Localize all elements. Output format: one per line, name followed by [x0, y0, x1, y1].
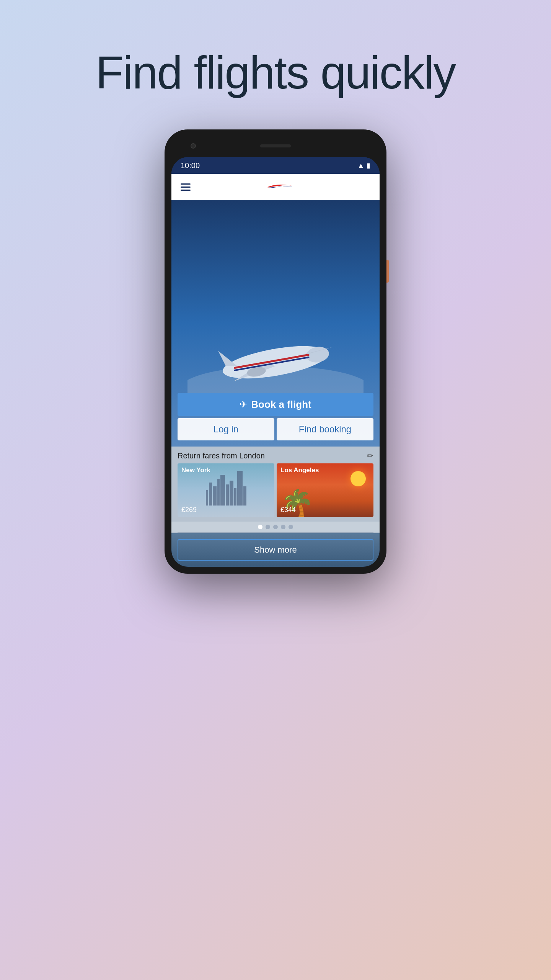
building: [220, 475, 225, 506]
fares-header: Return fares from London ✏: [171, 447, 380, 463]
status-time: 10:00: [181, 161, 200, 170]
login-label: Log in: [214, 424, 238, 435]
building: [209, 483, 212, 506]
dest-price-la: £344: [280, 506, 296, 514]
battery-icon: ▮: [367, 161, 370, 170]
carousel-dot-2[interactable]: [266, 525, 270, 529]
app-header: [171, 174, 380, 200]
edit-icon[interactable]: ✏: [367, 451, 373, 460]
svg-marker-5: [218, 351, 237, 366]
hero-section: ✈ Book a flight Log in Find booking: [171, 200, 380, 447]
carousel-dot-1[interactable]: [258, 525, 262, 529]
building: [226, 484, 229, 506]
side-button: [386, 260, 389, 283]
signal-icon: ▲: [357, 162, 364, 170]
fares-section: Return fares from London ✏ New York: [171, 447, 380, 533]
logo-area: [191, 179, 370, 195]
menu-line-3: [181, 190, 191, 191]
status-bar: 10:00 ▲ ▮: [171, 157, 380, 174]
ny-skyline: [178, 471, 274, 506]
la-sun: [350, 471, 366, 486]
find-booking-label: Find booking: [299, 424, 351, 435]
phone-top-bar: [171, 136, 380, 155]
camera: [191, 143, 196, 149]
carousel-dot-4[interactable]: [281, 525, 285, 529]
show-more-button[interactable]: Show more: [178, 539, 373, 561]
dest-name-la: Los Angeles: [280, 466, 319, 474]
speaker: [260, 144, 291, 147]
destination-card-newyork[interactable]: New York £269: [178, 463, 274, 517]
action-buttons: ✈ Book a flight Log in Find booking: [171, 393, 380, 447]
hamburger-menu[interactable]: [181, 183, 191, 191]
menu-line-2: [181, 187, 191, 188]
phone-screen: 10:00 ▲ ▮: [171, 157, 380, 567]
book-flight-button[interactable]: ✈ Book a flight: [178, 393, 373, 416]
building: [206, 490, 208, 506]
page-title: Find flights quickly: [96, 46, 455, 99]
menu-line-1: [181, 183, 191, 185]
building: [230, 481, 233, 506]
carousel-dot-5[interactable]: [289, 525, 293, 529]
building: [234, 488, 236, 506]
carousel-dots: [171, 522, 380, 532]
secondary-buttons: Log in Find booking: [178, 418, 373, 440]
dest-price-newyork: £269: [181, 506, 197, 514]
carousel-dot-3[interactable]: [273, 525, 278, 529]
fares-title: Return fares from London: [178, 452, 265, 460]
status-icons: ▲ ▮: [357, 161, 370, 170]
find-booking-button[interactable]: Find booking: [277, 418, 373, 440]
building: [243, 486, 246, 506]
phone-frame: 10:00 ▲ ▮: [165, 129, 386, 574]
ba-logo: [261, 179, 300, 195]
destination-card-la[interactable]: Los Angeles 🌴 £344: [277, 463, 373, 517]
book-flight-label: Book a flight: [251, 399, 311, 411]
building: [213, 486, 217, 506]
building: [237, 471, 243, 506]
destination-cards: New York £269: [171, 463, 380, 522]
login-button[interactable]: Log in: [178, 418, 274, 440]
building: [217, 479, 220, 506]
show-more-area: Show more: [171, 533, 380, 567]
show-more-label: Show more: [254, 545, 297, 555]
book-flight-plane-icon: ✈: [240, 399, 247, 410]
